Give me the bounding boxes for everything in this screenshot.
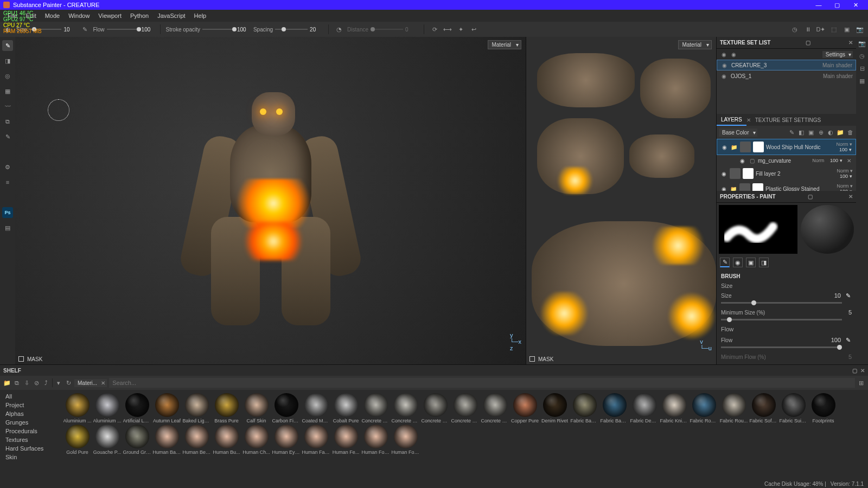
- material-item[interactable]: Cobalt Pure: [331, 393, 360, 423]
- material-item[interactable]: Human For...: [361, 425, 390, 455]
- material-item[interactable]: Fabric Deni...: [630, 393, 659, 423]
- panel-maximize-icon[interactable]: ▢: [806, 40, 810, 46]
- shelf-home-icon[interactable]: 📁: [3, 379, 11, 387]
- menu-file[interactable]: File: [3, 11, 22, 20]
- material-item[interactable]: Artificial Lea...: [123, 393, 151, 423]
- pause-icon[interactable]: ⏸: [803, 24, 813, 34]
- material-mode-icon[interactable]: ◨: [759, 258, 769, 267]
- flow-slider[interactable]: [107, 29, 139, 30]
- shelf-category[interactable]: Procedurals: [0, 427, 60, 435]
- layer-row[interactable]: ◉Fill layer 2Norm ▾100 ▾: [717, 166, 856, 181]
- material-item[interactable]: Aluminium ...: [93, 393, 122, 423]
- material-item[interactable]: Fabric Suit ...: [779, 393, 808, 423]
- cube-icon[interactable]: ⬚: [829, 24, 839, 34]
- size-slider[interactable]: [29, 29, 61, 30]
- blend-mode[interactable]: Norm ▾: [837, 142, 853, 147]
- opacity-value[interactable]: 100: [237, 27, 250, 33]
- material-item[interactable]: Fabric Rough: [690, 393, 718, 423]
- chip-close-icon[interactable]: ✕: [101, 380, 105, 386]
- shelf-import-icon[interactable]: ⇩: [23, 379, 30, 387]
- properties-close-icon[interactable]: ✕: [848, 194, 853, 200]
- export-icon[interactable]: ▤: [2, 222, 13, 233]
- layer-mask[interactable]: [753, 142, 764, 152]
- undo-drawer-icon[interactable]: ↩: [469, 24, 478, 34]
- material-item[interactable]: Copper Pure: [510, 393, 539, 423]
- material-item[interactable]: Concrete Si...: [451, 393, 480, 423]
- blend-mode[interactable]: Norm ▾: [837, 183, 853, 189]
- eye-all-icon[interactable]: ◉: [720, 50, 727, 58]
- spacing-value[interactable]: 20: [310, 27, 323, 33]
- material-item[interactable]: Fabric Soft ...: [749, 393, 778, 423]
- layers-tab-close-icon[interactable]: ✕: [746, 117, 751, 123]
- eraser-tool[interactable]: ◨: [2, 55, 13, 66]
- material-item[interactable]: Concrete D...: [421, 393, 450, 423]
- eye-icon[interactable]: ◉: [720, 61, 728, 69]
- menu-mode[interactable]: Mode: [41, 11, 65, 20]
- lazy-mouse-icon[interactable]: ⟳: [430, 24, 439, 34]
- photoshop-icon[interactable]: Ps: [2, 207, 13, 218]
- material-item[interactable]: Human Fe...: [331, 425, 360, 455]
- brush-preset-icon[interactable]: ◐: [3, 24, 13, 34]
- shelf-export-icon[interactable]: ⤴: [42, 379, 50, 387]
- prop-flow-value[interactable]: 100: [825, 337, 841, 343]
- 2d-viewport[interactable]: Material v└─u MASK: [526, 37, 716, 364]
- 3d-viewport[interactable]: Material y└─xz MASK: [15, 37, 526, 364]
- history-icon[interactable]: ◷: [859, 53, 865, 60]
- angle-icon[interactable]: ◔: [334, 24, 344, 34]
- properties-maximize-icon[interactable]: ▢: [808, 194, 813, 200]
- channel-dropdown[interactable]: Base Color: [719, 129, 757, 137]
- capture-icon[interactable]: 📷: [858, 40, 866, 47]
- menu-help[interactable]: Help: [190, 11, 211, 20]
- prop-minsize-value[interactable]: 5: [835, 309, 852, 316]
- material-item[interactable]: Fabric Base...: [600, 393, 629, 423]
- shelf-category[interactable]: Grunges: [0, 418, 60, 427]
- 2d-mask-toggle-icon[interactable]: [529, 356, 535, 362]
- minimize-button[interactable]: —: [809, 2, 828, 8]
- filter-icon[interactable]: ▾: [55, 379, 62, 387]
- panel-close-icon[interactable]: ✕: [848, 40, 853, 46]
- material-item[interactable]: Human Eye...: [272, 425, 301, 455]
- stencil-mode-icon[interactable]: ▣: [746, 258, 756, 267]
- material-item[interactable]: Fabric Rou...: [719, 393, 748, 423]
- bucket-icon[interactable]: ▣: [807, 129, 815, 136]
- material-item[interactable]: Human Fac...: [302, 425, 330, 455]
- material-item[interactable]: Human For...: [391, 425, 420, 455]
- material-item[interactable]: Denim Rivet: [540, 393, 569, 423]
- spacing-slider[interactable]: [275, 29, 308, 30]
- menu-python[interactable]: Python: [126, 11, 153, 20]
- textureset-settings-tab[interactable]: TEXTURE SET SETTINGS: [751, 115, 826, 125]
- shelf-category[interactable]: Hard Surfaces: [0, 444, 60, 453]
- folder-icon[interactable]: 📁: [837, 129, 844, 136]
- flow-pressure-icon[interactable]: ✎: [844, 337, 852, 344]
- size-value[interactable]: 10: [63, 27, 76, 33]
- shelf-category[interactable]: Skin: [0, 453, 60, 461]
- effect-close-icon[interactable]: ✕: [845, 157, 853, 164]
- mask-add-icon[interactable]: ◧: [797, 129, 805, 136]
- camera-icon[interactable]: ▣: [842, 24, 852, 34]
- brush-tip-icon[interactable]: ✎: [80, 24, 90, 34]
- shelf-category[interactable]: Alphas: [0, 409, 60, 418]
- visibility-icon[interactable]: ◉: [720, 171, 727, 177]
- material-item[interactable]: Human Bac...: [152, 425, 181, 455]
- display-material-icon[interactable]: ◷: [790, 24, 800, 34]
- shelf-hidden-icon[interactable]: ⊘: [33, 379, 40, 387]
- blend-mode[interactable]: Norm: [812, 158, 824, 163]
- layer-opacity[interactable]: 100 ▾: [839, 147, 852, 152]
- menu-edit[interactable]: Edit: [22, 11, 41, 20]
- prop-flow-slider[interactable]: [721, 346, 842, 348]
- material-item[interactable]: Concrete Cl...: [391, 393, 420, 423]
- material-item[interactable]: Human Bel...: [182, 425, 211, 455]
- prop-size-slider[interactable]: [721, 302, 842, 304]
- delete-layer-icon[interactable]: 🗑: [846, 129, 854, 136]
- 3d-material-dropdown[interactable]: Material: [488, 40, 521, 49]
- shelf-category[interactable]: All: [0, 392, 60, 401]
- material-item[interactable]: Concrete S...: [481, 393, 509, 423]
- mirror-icon[interactable]: ⟷: [443, 24, 452, 34]
- polyfill-tool[interactable]: ▦: [2, 86, 13, 97]
- log-icon[interactable]: ⊟: [860, 65, 865, 72]
- material-item[interactable]: Aluminium ...: [63, 393, 92, 423]
- shelf-category[interactable]: Textures: [0, 435, 60, 444]
- close-button[interactable]: ✕: [846, 2, 865, 9]
- layer-mask[interactable]: [743, 168, 754, 179]
- size-pressure-icon[interactable]: ✎: [844, 292, 852, 299]
